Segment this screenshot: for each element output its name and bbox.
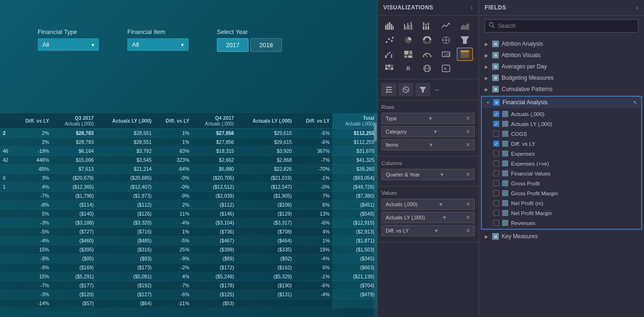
col-header-diff3: Diff. vs LY [295,113,332,129]
field-actuals-ly[interactable]: Actuals LY (,000) [482,119,641,129]
revenues-checkbox[interactable] [493,220,499,226]
field-gross-profit[interactable]: Gross Profit [482,178,641,188]
financial-item-select[interactable]: All [127,38,189,51]
gauge-icon[interactable] [419,48,435,61]
waterfall-icon[interactable] [381,48,397,61]
custom-visual-icon[interactable]: ⊕ [438,62,454,75]
sidebar-item-label: Attrition Analysis [502,41,543,47]
sidebar-item-financial-analysis[interactable]: ▼ ⊞ Financial Analysis ↖ [482,97,641,108]
columns-section: Columns Quarter & Year ▼ ✕ [378,157,479,186]
sidebar-item-key-measures[interactable]: ▶ ⊞ Key Measures [479,231,644,242]
items-chip[interactable]: Items ▼ ✕ [381,139,475,150]
treemap-icon[interactable] [400,48,416,61]
table-scrollbar-thumb[interactable] [374,123,377,142]
financial-item-select-wrapper[interactable]: All [127,38,189,51]
field-icon [502,220,508,226]
sidebar-item-averages-per-day[interactable]: ▶ ⊞ Averages per Day [479,61,644,72]
svg-rect-9 [411,22,412,30]
gross-profit-checkbox[interactable] [493,180,499,186]
field-label: Expenses (+ve) [511,161,549,167]
table-row: 2 2% $28,783 $28,551 1% $27,856 $29,615 … [0,129,377,138]
viz-icons-row2: ··· [378,79,479,100]
svg-rect-13 [425,24,427,26]
svg-rect-32 [391,54,392,58]
stacked-bar-icon[interactable] [419,19,435,33]
financial-values-checkbox[interactable] [493,170,499,176]
bar-chart-icon[interactable] [381,19,397,33]
field-financial-values[interactable]: Financial Values [482,168,641,178]
table-viz-icon[interactable] [457,48,473,61]
year-2018-btn[interactable]: 2018 [250,38,282,52]
filter-icon[interactable] [415,83,430,96]
actuals-chip[interactable]: Actuals (,000) ▼ ✕ [381,199,475,210]
grouped-bar-icon[interactable] [400,19,416,33]
globe-icon[interactable] [419,62,435,75]
svg-rect-34 [409,50,413,55]
fields-search-bar[interactable] [485,19,638,33]
table-row: -14% ($57) ($64) -11% ($53) [0,299,377,308]
area-chart-icon[interactable] [457,19,473,33]
field-label: Actuals (,000) [511,111,545,117]
field-net-profit-margin[interactable]: Net Profit Margin [482,208,641,218]
cogs-checkbox[interactable] [493,131,499,137]
expenses-checkbox[interactable] [493,150,499,157]
svg-point-19 [388,38,390,40]
donut-chart-icon[interactable] [419,33,435,47]
fields-expand-icon[interactable]: › [636,4,638,11]
expand-arrow-icon: ▶ [485,53,489,58]
search-input[interactable] [498,23,634,29]
gross-profit-margin-checkbox[interactable] [493,190,499,196]
diff-vs-ly-chip[interactable]: Diff. vs LY ▼ ✕ [381,225,475,236]
net-profit-m-checkbox[interactable] [493,200,499,206]
analytics-icon[interactable] [398,83,413,96]
card-icon[interactable]: 123 [438,48,454,61]
field-icon [502,111,508,117]
table-row: -9% ($169) ($173) -2% ($172) ($162) 6% (… [0,263,377,272]
financial-type-select-wrapper[interactable]: All [38,38,99,51]
diff-vs-ly-checkbox[interactable] [493,141,499,147]
field-net-profit-m[interactable]: Net Profit (m) [482,198,641,208]
field-expenses-pve[interactable]: Expenses (+ve) [482,158,641,168]
sidebar-item-cumulative-patterns[interactable]: ▶ ⊞ Cumulative Patterns [479,83,644,95]
field-cogs[interactable]: COGS [482,129,641,139]
expenses-pve-checkbox[interactable] [493,160,499,167]
type-chip[interactable]: Type ▼ ✕ [381,113,475,124]
svg-rect-12 [423,26,424,30]
table-row: 5% ($140) ($126) 11% ($146) ($129) 13% (… [0,209,377,218]
sidebar-item-attrition-analysis[interactable]: ▶ ⊞ Attrition Analysis [479,38,644,50]
r-visual-icon[interactable]: R [400,62,416,75]
field-actuals[interactable]: Actuals (,000) [482,109,641,119]
table-row: 46 -19% $6,164 $3,792 63% $18,315 $3,920… [0,147,377,156]
field-diff-vs-ly[interactable]: Diff. vs LY [482,139,641,149]
year-2017-btn[interactable]: 2017 [217,38,248,52]
table-scrollbar[interactable] [373,113,377,317]
sidebar-item-budgeting-measures[interactable]: ▶ ⊞ Budgeting Measures [479,72,644,83]
net-profit-margin-checkbox[interactable] [493,210,499,216]
col-header-blank [0,113,14,129]
scatter-icon[interactable] [381,33,397,47]
table-row: 6 3% ($20,679) ($20,685) -0% ($20,705) (… [0,174,377,183]
actuals-checkbox[interactable] [493,111,499,117]
field-expenses[interactable]: Expenses [482,149,641,158]
field-gross-profit-margin[interactable]: Gross Profit Margin [482,188,641,198]
quarter-year-chip[interactable]: Quarter & Year ▼ ✕ [381,169,475,180]
pie-chart-icon[interactable] [400,33,416,47]
field-revenues[interactable]: Revenues [482,218,641,228]
sidebar-item-label: Key Measures [502,233,538,240]
financial-type-select[interactable]: All [38,38,99,51]
line-chart-icon[interactable] [438,19,454,33]
visualizations-expand-icon[interactable]: › [471,4,473,11]
actuals-ly-checkbox[interactable] [493,121,499,127]
category-chip[interactable]: Category ▼ ✕ [381,126,475,137]
sidebar-item-label: Averages per Day [502,63,547,70]
matrix-icon[interactable] [381,62,397,75]
table-row: -5% ($727) ($716) 1% ($736) ($708) 4% ($… [0,227,377,236]
map-icon[interactable] [438,33,454,47]
more-options-icon[interactable]: ··· [432,85,438,95]
svg-rect-11 [423,22,424,26]
funnel-icon[interactable] [457,33,473,47]
format-icon[interactable] [381,83,396,96]
svg-rect-40 [461,50,469,52]
actuals-ly-chip[interactable]: Actuals LY (,000) ▼ ✕ [381,212,475,223]
sidebar-item-attrition-visuals[interactable]: ▶ ⊞ Attrition Visuals [479,50,644,61]
